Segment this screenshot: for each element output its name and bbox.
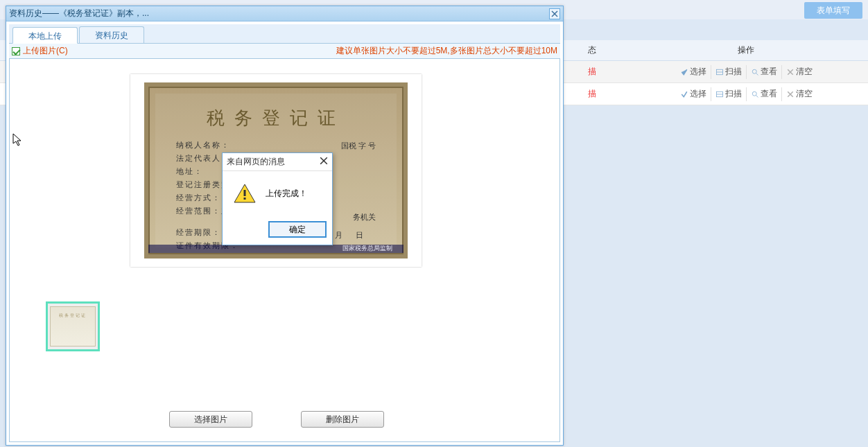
upload-stage: 税务登记证 国税 字 号 纳税人名称： 法定代表人： 地址： 登记注册类型： 经… — [9, 59, 560, 442]
svg-point-2 — [752, 69, 756, 73]
alert-body: 上传完成！ — [223, 171, 332, 217]
op-scan-label: 扫描 — [725, 66, 742, 78]
select-image-button[interactable]: 选择图片 — [169, 411, 252, 428]
upload-link-label: 上传图片(C) — [23, 45, 68, 57]
op-select-label: 选择 — [690, 66, 706, 78]
svg-point-8 — [752, 91, 756, 96]
close-icon[interactable] — [320, 157, 328, 167]
svg-line-9 — [756, 95, 758, 97]
close-icon[interactable] — [549, 8, 560, 19]
form-tab-button[interactable]: 表单填写 — [804, 2, 862, 19]
op-select[interactable]: 选择 — [676, 87, 711, 101]
op-clear[interactable]: 清空 — [781, 65, 817, 79]
upload-hint: 建议单张图片大小不要超过5M,多张图片总大小不要超过10M — [336, 45, 557, 57]
cert-date: 月 日 — [335, 230, 369, 240]
op-select-label: 选择 — [690, 88, 706, 100]
op-clear-label: 清空 — [796, 66, 813, 78]
cert-serial: 国税 字 号 — [341, 141, 376, 151]
alert-message: 上传完成！ — [266, 188, 307, 200]
op-clear[interactable]: 清空 — [781, 87, 817, 101]
svg-line-3 — [756, 73, 758, 75]
op-select[interactable]: 选择 — [676, 65, 711, 79]
warning-icon — [234, 184, 256, 203]
op-scan[interactable]: 扫描 — [711, 65, 746, 79]
modal-tabs: 本地上传 资料历史 — [9, 24, 560, 44]
op-view-label: 查看 — [761, 66, 777, 78]
cert-footer: 国家税务总局监制 — [342, 244, 392, 253]
svg-rect-18 — [244, 198, 246, 200]
upload-subbar: 上传图片(C) 建议单张图片大小不要超过5M,多张图片总大小不要超过10M — [9, 44, 560, 59]
bg-head-ops: 操作 — [624, 44, 868, 56]
delete-image-button[interactable]: 删除图片 — [301, 411, 384, 428]
alert-title-text: 来自网页的消息 — [227, 156, 285, 168]
tab-history[interactable]: 资料历史 — [79, 26, 144, 43]
alert-ok-button[interactable]: 确定 — [268, 221, 327, 238]
thumbnail-image: 税务登记证 — [50, 306, 96, 347]
op-scan-label: 扫描 — [725, 88, 742, 100]
tab-local-upload[interactable]: 本地上传 — [12, 27, 78, 44]
check-icon — [12, 47, 20, 55]
cursor-icon — [12, 133, 22, 147]
modal-titlebar: 资料历史——《税务登记证》副本，... — [6, 6, 563, 21]
alert-titlebar: 来自网页的消息 — [223, 153, 332, 171]
op-view[interactable]: 查看 — [746, 65, 781, 79]
op-view-label: 查看 — [761, 88, 777, 100]
row-ops: 选择 扫描 查看 清空 — [624, 65, 868, 79]
alert-dialog: 来自网页的消息 上传完成！ 确定 — [222, 152, 333, 245]
modal-title-text: 资料历史——《税务登记证》副本，... — [9, 8, 149, 19]
cert-title: 税务登记证 — [155, 106, 397, 130]
op-view[interactable]: 查看 — [746, 87, 781, 101]
upload-link[interactable]: 上传图片(C) — [12, 45, 68, 57]
cert-org: 务机关 — [353, 212, 376, 222]
op-clear-label: 清空 — [796, 88, 813, 100]
op-scan[interactable]: 扫描 — [711, 87, 746, 101]
svg-rect-17 — [244, 190, 246, 196]
row-ops: 选择 扫描 查看 清空 — [624, 87, 868, 101]
thumbnail[interactable]: 税务登记证 — [46, 301, 100, 351]
